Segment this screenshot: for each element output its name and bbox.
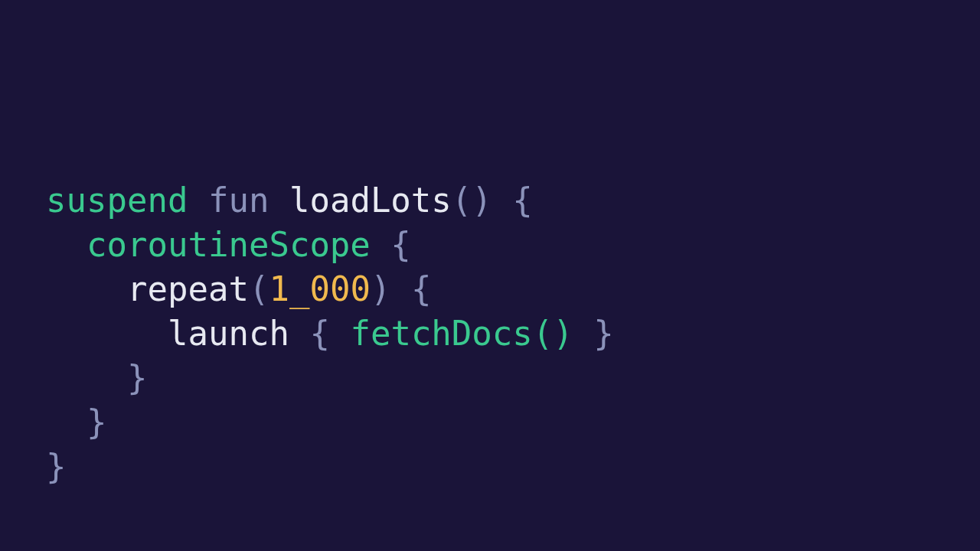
brace-open: { bbox=[512, 181, 533, 220]
code-line-2: coroutineScope { bbox=[46, 225, 411, 264]
brace-open: { bbox=[309, 314, 330, 353]
fetch-docs-call: fetchDocs bbox=[350, 314, 532, 353]
code-line-4: launch { fetchDocs() } bbox=[46, 314, 614, 353]
number-literal: 1_000 bbox=[269, 269, 370, 308]
brace-close: } bbox=[87, 403, 107, 442]
function-name: loadLots bbox=[289, 181, 452, 220]
paren-close: ) bbox=[371, 269, 391, 308]
brace-open: { bbox=[411, 269, 432, 308]
parentheses: () bbox=[533, 314, 573, 353]
code-line-7: } bbox=[46, 447, 67, 486]
parentheses: () bbox=[452, 181, 492, 220]
code-line-1: suspend fun loadLots() { bbox=[46, 181, 533, 220]
code-line-5: } bbox=[46, 358, 147, 397]
launch-call: launch bbox=[168, 314, 289, 353]
keyword-fun: fun bbox=[208, 181, 269, 220]
repeat-call: repeat bbox=[127, 269, 249, 308]
brace-close: } bbox=[46, 447, 67, 486]
code-line-6: } bbox=[46, 403, 106, 442]
brace-open: { bbox=[390, 225, 411, 264]
brace-close: } bbox=[127, 358, 148, 397]
coroutine-scope-call: coroutineScope bbox=[87, 225, 371, 264]
code-line-3: repeat(1_000) { bbox=[46, 269, 431, 308]
keyword-suspend: suspend bbox=[46, 181, 188, 220]
brace-close: } bbox=[593, 314, 614, 353]
paren-open: ( bbox=[249, 269, 270, 308]
code-snippet: suspend fun loadLots() { coroutineScope … bbox=[46, 134, 614, 489]
